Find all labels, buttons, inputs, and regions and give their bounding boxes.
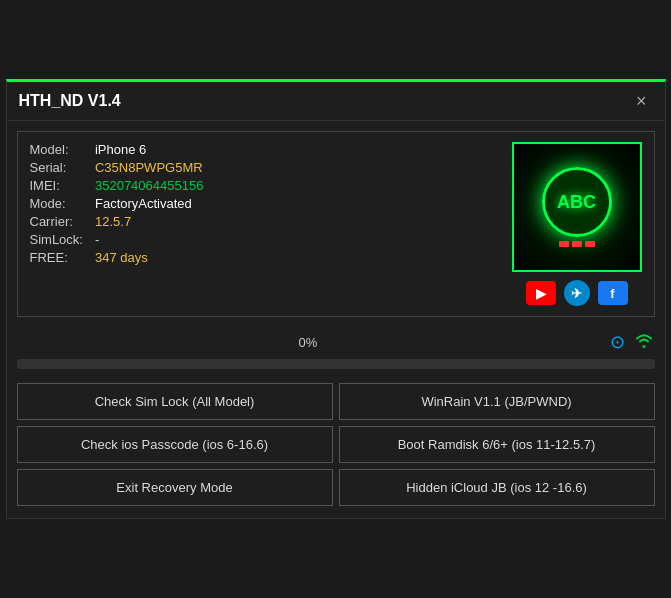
help-icon[interactable]: ⊙: [610, 331, 625, 353]
progress-bar-track: [17, 359, 655, 369]
carrier-label: Carrier:: [30, 214, 83, 229]
logo-bottom-bar: [559, 241, 595, 247]
free-label: FREE:: [30, 250, 83, 265]
progress-label: 0%: [17, 335, 600, 350]
free-value: 347 days: [95, 250, 203, 265]
check-passcode-button[interactable]: Check ios Passcode (ios 6-16.6): [17, 426, 333, 463]
winrain-button[interactable]: WinRain V1.1 (JB/PWND): [339, 383, 655, 420]
logo-dot-2: [572, 241, 582, 247]
close-button[interactable]: ×: [630, 90, 653, 112]
progress-icons: ⊙: [610, 331, 655, 353]
logo-box: ABC: [512, 142, 642, 272]
facebook-icon[interactable]: f: [598, 281, 628, 305]
model-label: Model:: [30, 142, 83, 157]
progress-bar-row: [7, 357, 665, 377]
telegram-icon[interactable]: ✈: [564, 280, 590, 306]
imei-label: IMEI:: [30, 178, 83, 193]
hidden-icloud-button[interactable]: Hidden iCloud JB (ios 12 -16.6): [339, 469, 655, 506]
logo-dot-1: [559, 241, 569, 247]
progress-row: 0% ⊙: [7, 327, 665, 357]
youtube-icon[interactable]: ▶: [526, 281, 556, 305]
buttons-grid: Check Sim Lock (All Model) WinRain V1.1 …: [7, 377, 665, 518]
device-info-table: Model: iPhone 6 Serial: C35N8PWPG5MR IME…: [30, 142, 204, 265]
logo-text: ABC: [557, 192, 596, 213]
mode-value: FactoryActivated: [95, 196, 203, 211]
serial-value: C35N8PWPG5MR: [95, 160, 203, 175]
imei-value: 352074064455156: [95, 178, 203, 193]
model-value: iPhone 6: [95, 142, 203, 157]
wifi-icon[interactable]: [633, 331, 655, 353]
main-window: HTH_ND V1.4 × Model: iPhone 6 Serial: C3…: [6, 79, 666, 519]
exit-recovery-button[interactable]: Exit Recovery Mode: [17, 469, 333, 506]
social-icons: ▶ ✈ f: [526, 280, 628, 306]
carrier-value: 12.5.7: [95, 214, 203, 229]
window-title: HTH_ND V1.4: [19, 92, 121, 110]
logo-circle: ABC: [542, 167, 612, 237]
simlock-label: SimLock:: [30, 232, 83, 247]
serial-label: Serial:: [30, 160, 83, 175]
mode-label: Mode:: [30, 196, 83, 211]
check-sim-button[interactable]: Check Sim Lock (All Model): [17, 383, 333, 420]
logo-inner: ABC: [514, 144, 640, 270]
right-panel: ABC ▶ ✈ f: [512, 142, 642, 306]
info-panel: Model: iPhone 6 Serial: C35N8PWPG5MR IME…: [17, 131, 655, 317]
simlock-value: -: [95, 232, 203, 247]
title-bar: HTH_ND V1.4 ×: [7, 82, 665, 121]
boot-ramdisk-button[interactable]: Boot Ramdisk 6/6+ (ios 11-12.5.7): [339, 426, 655, 463]
logo-dot-3: [585, 241, 595, 247]
